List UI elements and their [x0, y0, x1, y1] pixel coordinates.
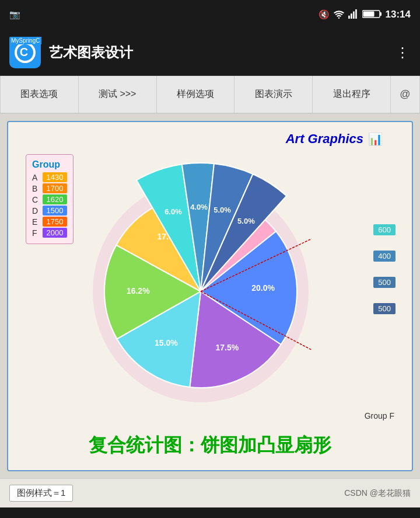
- legend-item-e: E 1750: [32, 217, 67, 227]
- status-bar: 📷 🔇 13:: [0, 0, 420, 29]
- legend-style-label: 图例样式＝1: [9, 485, 73, 502]
- chart-title: Art Graphics: [286, 131, 363, 147]
- nav-chart-options[interactable]: 图表选项: [0, 76, 79, 113]
- legend-item-f: F 2000: [32, 228, 67, 238]
- chart-bottom-title: 复合统计图：饼图加凸显扇形: [8, 433, 412, 458]
- nav-at[interactable]: @: [391, 76, 420, 113]
- svg-text:15.0%: 15.0%: [155, 338, 178, 347]
- app-icon-inner: C: [15, 42, 36, 63]
- legend-label-e: E: [32, 217, 43, 227]
- signal-icon: [348, 9, 359, 20]
- svg-rect-3: [353, 11, 355, 18]
- legend-item-d: D 1500: [32, 206, 67, 215]
- app-title-bar: MySpringC C 艺术图表设计 ⋮: [0, 29, 420, 76]
- svg-text:5.0%: 5.0%: [237, 217, 255, 225]
- chart-legend: Group A 1430 B 1700 C 1620 D 1500 E 1750: [26, 154, 74, 244]
- pie-chart-svg: 14.3%20.0%17.5%15.0%16.2%17.0% 6.0%4.0%5…: [78, 151, 358, 420]
- legend-item-c: C 1620: [32, 194, 67, 204]
- fan-badge-500b: 500: [373, 303, 396, 314]
- legend-item-b: B 1700: [32, 183, 67, 193]
- mute-icon: 🔇: [318, 9, 330, 20]
- legend-value-f: 2000: [43, 228, 67, 238]
- nav-sample-options[interactable]: 样例选项: [157, 76, 235, 113]
- legend-label-f: F: [32, 228, 43, 238]
- svg-rect-6: [380, 12, 382, 16]
- app-icon-letter: C: [20, 46, 28, 59]
- legend-value-e: 1750: [43, 217, 67, 227]
- status-icons: 🔇 13:14: [318, 9, 411, 20]
- bottom-status-bar: 图例样式＝1 CSDN @老花眼猫: [0, 478, 420, 507]
- svg-text:6.0%: 6.0%: [164, 207, 182, 216]
- svg-text:16.2%: 16.2%: [127, 286, 150, 295]
- pie-chart-area: 14.3%20.0%17.5%15.0%16.2%17.0% 6.0%4.0%5…: [78, 151, 358, 420]
- wifi-icon: [333, 9, 345, 20]
- fan-badge-600: 600: [373, 224, 396, 235]
- status-camera-icon: 📷: [9, 9, 20, 20]
- app-name: 艺术图表设计: [49, 43, 396, 62]
- battery-indicator: [362, 9, 382, 20]
- svg-text:5.0%: 5.0%: [214, 206, 231, 214]
- legend-label-c: C: [32, 195, 43, 204]
- legend-label-d: D: [32, 206, 43, 215]
- main-content: Art Graphics 📊 Group A 1430 B 1700 C 162…: [0, 114, 420, 478]
- fan-badge-400: 400: [373, 251, 396, 262]
- legend-value-b: 1700: [43, 183, 67, 193]
- credit-label: CSDN @老花眼猫: [344, 488, 411, 499]
- legend-label-a: A: [32, 173, 43, 182]
- svg-rect-4: [355, 9, 357, 19]
- svg-text:17.5%: 17.5%: [216, 343, 239, 352]
- fan-value-500b: 500: [373, 303, 396, 314]
- fan-value-400: 400: [373, 251, 396, 261]
- nav-test[interactable]: 测试 >>>: [79, 76, 157, 113]
- legend-value-a: 1430: [43, 172, 67, 182]
- legend-label-b: B: [32, 184, 43, 193]
- svg-text:20.0%: 20.0%: [251, 283, 275, 293]
- app-icon: MySpringC C: [9, 37, 41, 68]
- nav-chart-demo[interactable]: 图表演示: [235, 76, 313, 113]
- chart-container: Art Graphics 📊 Group A 1430 B 1700 C 162…: [7, 121, 413, 471]
- svg-rect-7: [363, 11, 374, 16]
- legend-item-a: A 1430: [32, 172, 67, 182]
- svg-point-0: [338, 17, 340, 19]
- time-display: 13:14: [386, 9, 411, 20]
- fan-value-600: 600: [373, 224, 396, 235]
- nav-exit[interactable]: 退出程序: [313, 76, 391, 113]
- menu-button[interactable]: ⋮: [396, 44, 411, 61]
- group-f-label: Group F: [365, 411, 394, 420]
- svg-text:4.0%: 4.0%: [190, 203, 208, 211]
- chart-title-area: Art Graphics 📊: [286, 131, 383, 147]
- nav-bar: 图表选项 测试 >>> 样例选项 图表演示 退出程序 @: [0, 76, 420, 114]
- svg-rect-2: [351, 13, 352, 19]
- brand-label: MySpringC: [9, 37, 41, 44]
- fan-badge-500a: 500: [373, 277, 396, 288]
- legend-value-c: 1620: [43, 194, 67, 204]
- legend-value-d: 1500: [43, 206, 67, 215]
- svg-rect-1: [348, 15, 350, 18]
- legend-title: Group: [32, 159, 67, 170]
- chart-title-icon: 📊: [368, 132, 383, 146]
- fan-value-500a: 500: [373, 277, 396, 287]
